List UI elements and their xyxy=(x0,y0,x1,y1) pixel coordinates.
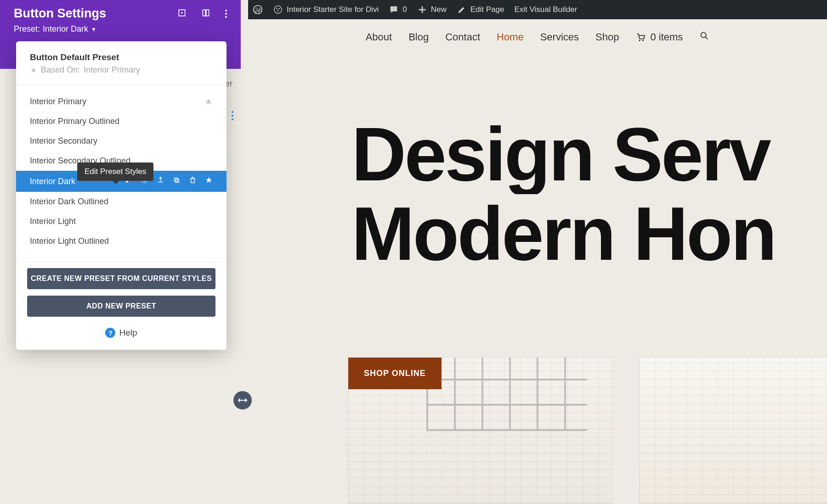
preset-label: Interior Light Outlined xyxy=(30,236,109,246)
preset-current-name: Interior Dark xyxy=(43,24,88,34)
svg-point-3 xyxy=(278,8,280,10)
site-name-link[interactable]: Interior Starter Site for Divi xyxy=(273,5,379,15)
wp-logo[interactable] xyxy=(253,5,263,15)
duplicate-icon[interactable] xyxy=(173,176,181,186)
svg-rect-11 xyxy=(206,10,209,16)
hero-line-1: Design Serv xyxy=(351,115,827,194)
cart-count: 0 items xyxy=(650,31,683,43)
site-navigation: About Blog Contact Home Services Shop 0 … xyxy=(248,19,827,55)
new-link[interactable]: New xyxy=(417,5,447,15)
svg-point-1 xyxy=(274,6,282,14)
module-options-icon[interactable] xyxy=(232,111,233,120)
create-preset-button[interactable]: CREATE NEW PRESET FROM CURRENT STYLES xyxy=(27,268,215,289)
based-on-prefix: Based On: xyxy=(41,65,80,75)
wp-admin-bar: Interior Starter Site for Divi 0 New Edi… xyxy=(248,0,827,19)
preset-label: Interior Dark xyxy=(30,177,75,186)
chevron-down-icon: ▼ xyxy=(91,26,96,33)
help-link[interactable]: ? Help xyxy=(16,328,227,338)
nav-home[interactable]: Home xyxy=(497,31,524,43)
edit-page-link[interactable]: Edit Page xyxy=(457,5,504,15)
cart-icon xyxy=(635,32,646,42)
cart-link[interactable]: 0 items xyxy=(635,31,683,43)
hero-image-left: SHOP ONLINE xyxy=(348,357,612,504)
divider xyxy=(16,85,227,85)
nav-services[interactable]: Services xyxy=(540,31,579,43)
nav-about[interactable]: About xyxy=(366,31,392,43)
preset-list: Interior Primary Interior Primary Outlin… xyxy=(16,92,227,251)
svg-point-2 xyxy=(276,8,278,10)
default-preset-title: Button Default Preset xyxy=(30,52,213,62)
responsive-view-icon[interactable] xyxy=(177,8,187,19)
preset-item-interior-primary-outlined[interactable]: Interior Primary Outlined xyxy=(16,112,227,131)
exit-vb-label: Exit Visual Builder xyxy=(515,5,578,14)
preset-item-interior-light[interactable]: Interior Light xyxy=(16,212,227,231)
preset-label: Interior Secondary Outlined xyxy=(30,156,130,166)
column-view-icon[interactable] xyxy=(201,8,210,19)
preset-prefix: Preset: xyxy=(14,24,40,34)
svg-point-7 xyxy=(701,33,706,38)
more-options-icon[interactable] xyxy=(225,10,227,18)
exit-visual-builder[interactable]: Exit Visual Builder xyxy=(515,5,578,14)
panel-title: Button Settings xyxy=(14,6,106,21)
preset-dropdown: Button Default Preset Based On: Interior… xyxy=(16,41,227,350)
based-on-row: Based On: Interior Primary xyxy=(30,65,213,75)
hero-image-right xyxy=(639,357,827,504)
trash-icon[interactable] xyxy=(189,176,197,186)
preset-label: Interior Primary Outlined xyxy=(30,117,119,126)
nav-shop[interactable]: Shop xyxy=(595,31,619,43)
preset-item-interior-light-outlined[interactable]: Interior Light Outlined xyxy=(16,231,227,251)
add-preset-button[interactable]: ADD NEW PRESET xyxy=(27,296,215,317)
preset-item-interior-secondary-outlined[interactable]: Interior Secondary Outlined xyxy=(16,151,227,171)
resize-horizontal-icon xyxy=(238,397,248,404)
search-button[interactable] xyxy=(699,31,709,44)
star-icon[interactable] xyxy=(205,176,213,186)
svg-point-4 xyxy=(278,10,279,11)
based-on-value: Interior Primary xyxy=(84,65,140,75)
edit-page-label: Edit Page xyxy=(470,5,504,14)
preset-selector[interactable]: Preset: Interior Dark ▼ xyxy=(14,24,227,34)
help-label: Help xyxy=(119,328,137,338)
preset-label: Interior Secondary xyxy=(30,136,97,146)
svg-point-6 xyxy=(643,40,644,41)
edit-preset-icon[interactable] xyxy=(125,176,132,186)
help-icon: ? xyxy=(105,328,115,338)
gear-icon[interactable] xyxy=(141,176,148,186)
preset-item-interior-secondary[interactable]: Interior Secondary xyxy=(16,131,227,151)
preset-item-interior-primary[interactable]: Interior Primary xyxy=(16,92,227,112)
export-icon[interactable] xyxy=(157,176,164,186)
preset-item-interior-dark[interactable]: Interior Dark xyxy=(16,171,227,192)
new-label: New xyxy=(431,5,447,14)
comments-count: 0 xyxy=(402,5,407,14)
panel-resize-handle[interactable] xyxy=(233,391,252,409)
nav-contact[interactable]: Contact xyxy=(445,31,480,43)
site-name-text: Interior Starter Site for Divi xyxy=(287,5,379,14)
preset-label: Interior Dark Outlined xyxy=(30,197,108,207)
search-icon xyxy=(699,31,709,41)
nav-blog[interactable]: Blog xyxy=(408,31,429,43)
shop-online-button[interactable]: SHOP ONLINE xyxy=(348,358,442,389)
svg-point-9 xyxy=(181,12,182,13)
hero-line-2: Modern Hon xyxy=(351,194,827,274)
svg-rect-10 xyxy=(203,10,205,16)
svg-point-12 xyxy=(143,179,145,181)
star-icon xyxy=(30,67,37,74)
preset-label: Interior Primary xyxy=(30,97,86,106)
svg-point-5 xyxy=(639,40,640,41)
divider xyxy=(16,261,227,262)
preset-item-interior-dark-outlined[interactable]: Interior Dark Outlined xyxy=(16,192,227,212)
preset-label: Interior Light xyxy=(30,217,76,226)
comments-link[interactable]: 0 xyxy=(389,5,407,15)
hero-heading: Design Serv Modern Hon xyxy=(351,115,827,274)
star-icon[interactable] xyxy=(204,98,213,106)
